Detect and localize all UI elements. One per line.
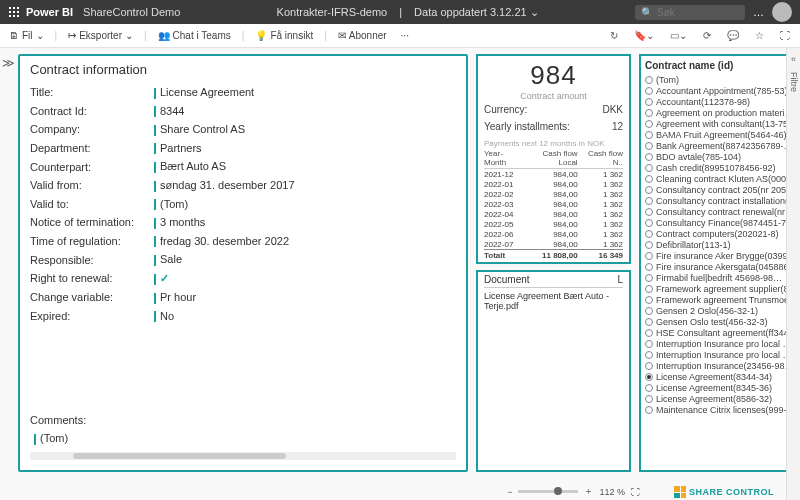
radio-icon: [645, 395, 653, 403]
slicer-item[interactable]: Gensen Oslo test(456-32-3): [645, 316, 790, 327]
zoom-slider[interactable]: [518, 490, 578, 493]
slicer-item[interactable]: Fire insurance Akersgata(045886…: [645, 261, 790, 272]
kpi-card: 984 Contract amount Currency: DKK Yearly…: [476, 54, 631, 264]
reset-icon[interactable]: ↻: [606, 28, 622, 43]
radio-icon: [645, 406, 653, 414]
slicer-item[interactable]: Consultancy contract installation(…: [645, 195, 790, 206]
app-launcher-icon[interactable]: [8, 6, 20, 18]
card-title: Contract information: [30, 62, 456, 77]
more-icon[interactable]: …: [753, 6, 764, 18]
comments-label: Comments:: [30, 414, 150, 426]
slicer-item[interactable]: Consultancy Finance(9874451-79): [645, 217, 790, 228]
field-list: Title:License AgreementContract Id:8344C…: [30, 83, 456, 411]
field-row: Valid to:(Tom): [30, 195, 456, 214]
product-name: Power BI: [26, 6, 73, 18]
workspace-name[interactable]: ShareControl Demo: [83, 6, 180, 18]
comments-row: Comments:: [30, 411, 456, 429]
field-row: Contract Id:8344: [30, 102, 456, 121]
fit-page-icon[interactable]: ⛶: [631, 487, 640, 497]
export-menu[interactable]: ↦ Eksporter ⌄: [65, 28, 136, 43]
slicer-item[interactable]: Interruption Insurance pro local …: [645, 338, 790, 349]
table-row[interactable]: 2022-03984,001 362: [484, 199, 623, 209]
field-row: Title:License Agreement: [30, 83, 456, 102]
slicer-item[interactable]: Bank Agreement(88742356789-…: [645, 140, 790, 151]
slicer-item[interactable]: Framework agreement Trunsmoe…: [645, 294, 790, 305]
zoom-out-icon[interactable]: −: [507, 487, 512, 497]
search-input[interactable]: [657, 7, 737, 18]
horizontal-scrollbar[interactable]: [30, 452, 456, 460]
radio-icon: [645, 109, 653, 117]
slicer-item[interactable]: Accountant(112378-98): [645, 96, 790, 107]
field-row: Department:Partners: [30, 139, 456, 158]
table-row[interactable]: 2022-02984,001 362: [484, 189, 623, 199]
global-search[interactable]: 🔍: [635, 5, 745, 20]
slicer-item[interactable]: BAMA Fruit Agreement(5464-46): [645, 129, 790, 140]
slicer-item[interactable]: Framework agreement supplier(8…: [645, 283, 790, 294]
table-row[interactable]: 2022-06984,001 362: [484, 229, 623, 239]
slicer-title: Contract name (id): [645, 60, 790, 71]
chevron-left-icon[interactable]: «: [791, 54, 796, 64]
data-updated-label[interactable]: Data oppdatert 3.12.21 ⌄: [414, 6, 539, 19]
field-row: Time of regulation:fredag 30. desember 2…: [30, 232, 456, 251]
view-icon[interactable]: ▭⌄: [666, 28, 691, 43]
slicer-item[interactable]: Fire insurance Aker Brygge(0399…: [645, 250, 790, 261]
subscribe-button[interactable]: ✉ Abonner: [335, 28, 390, 43]
slicer-item[interactable]: Gensen 2 Oslo(456-32-1): [645, 305, 790, 316]
documents-col2: L: [617, 274, 623, 285]
table-row[interactable]: 2022-05984,001 362: [484, 219, 623, 229]
comments-value-row: (Tom): [30, 429, 456, 448]
kpi-value: 984: [484, 60, 623, 91]
table-row[interactable]: 2021-12984,001 362: [484, 169, 623, 180]
radio-icon: [645, 296, 653, 304]
slicer-item[interactable]: License Agreement(8344-34): [645, 371, 790, 382]
table-row[interactable]: 2022-07984,001 362: [484, 239, 623, 250]
field-row: Expired:No: [30, 307, 456, 326]
comment-icon[interactable]: 💬: [723, 28, 743, 43]
field-row: Company:Share Control AS: [30, 120, 456, 139]
slicer-item[interactable]: Cash credit(89951078456-92): [645, 162, 790, 173]
table-row[interactable]: 2022-04984,001 362: [484, 209, 623, 219]
report-name[interactable]: Kontrakter-IFRS-demo: [277, 6, 388, 19]
slicer-item[interactable]: Interruption Insurance(23456-98…: [645, 360, 790, 371]
zoom-bar[interactable]: − ＋ 112 % ⛶: [507, 485, 640, 498]
slicer-item[interactable]: Agreement with consultant(13-75): [645, 118, 790, 129]
radio-icon: [645, 252, 653, 260]
expand-nav-icon[interactable]: ≫: [2, 56, 15, 70]
radio-icon: [645, 274, 653, 282]
slicer-item[interactable]: License Agreement(8586-32): [645, 393, 790, 404]
report-canvas: ≫ Contract information Title:License Agr…: [0, 48, 800, 478]
slicer-item[interactable]: Defibrillator(113-1): [645, 239, 790, 250]
slicer-item[interactable]: License Agreement(8345-36): [645, 382, 790, 393]
slicer-item[interactable]: Consultancy contract renewal(nr …: [645, 206, 790, 217]
radio-icon: [645, 76, 653, 84]
slicer-item[interactable]: Firmabil fuel|bedrift 45698-98…: [645, 272, 790, 283]
refresh-icon[interactable]: ⟳: [699, 28, 715, 43]
slicer-item[interactable]: HSE Consultant agreement(ff344…: [645, 327, 790, 338]
zoom-in-icon[interactable]: ＋: [584, 485, 593, 498]
get-insight-button[interactable]: 💡 Få innsikt: [252, 28, 316, 43]
slicer-item[interactable]: Cleaning contract Kluten AS(000…: [645, 173, 790, 184]
slicer-item[interactable]: Maintenance Citrix licenses(999-…: [645, 404, 790, 415]
slicer-item[interactable]: Agreement on production materi…: [645, 107, 790, 118]
slicer-item[interactable]: Consultancy contract 205(nr 205…: [645, 184, 790, 195]
favorite-icon[interactable]: ☆: [751, 28, 768, 43]
slicer-item[interactable]: BDO avtale(785-104): [645, 151, 790, 162]
slicer-item[interactable]: Interruption Insurance pro local …: [645, 349, 790, 360]
ribbon-toolbar: 🗎 Fil ⌄ | ↦ Eksporter ⌄ | 👥 Chat i Teams…: [0, 24, 800, 48]
slicer-item[interactable]: Accountant Appointment(785-53): [645, 85, 790, 96]
chat-teams-button[interactable]: 👥 Chat i Teams: [155, 28, 234, 43]
radio-icon: [645, 263, 653, 271]
radio-icon: [645, 153, 653, 161]
user-avatar[interactable]: [772, 2, 792, 22]
slicer-item[interactable]: Contract computers(202021-8): [645, 228, 790, 239]
slicer-item[interactable]: (Tom): [645, 74, 790, 85]
more-actions[interactable]: ···: [398, 28, 412, 43]
table-row[interactable]: 2022-01984,001 362: [484, 179, 623, 189]
filters-pane-tab[interactable]: Filtre: [789, 72, 799, 92]
bookmark-icon[interactable]: 🔖⌄: [630, 28, 658, 43]
file-menu[interactable]: 🗎 Fil ⌄: [6, 28, 47, 43]
radio-icon: [645, 120, 653, 128]
document-item[interactable]: License Agreement Bært Auto - Terje.pdf: [484, 291, 623, 311]
fullscreen-icon[interactable]: ⛶: [776, 28, 794, 43]
kpi-label: Contract amount: [484, 91, 623, 101]
